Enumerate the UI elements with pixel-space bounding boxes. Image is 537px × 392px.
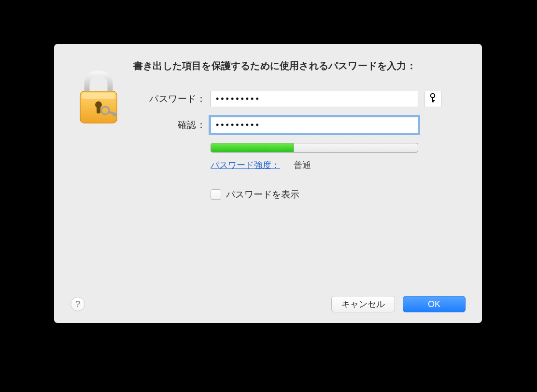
svg-rect-11: [432, 101, 434, 102]
show-password-label: パスワードを表示: [226, 188, 299, 201]
help-icon: ?: [75, 299, 80, 309]
dialog-body: 書き出した項目を保護するために使用されるパスワードを入力： パスワード：: [71, 58, 466, 201]
show-password-row: パスワードを表示: [211, 188, 466, 201]
password-assistant-button[interactable]: [424, 91, 441, 107]
strength-text: パスワード強度： 普通: [211, 159, 418, 171]
svg-rect-3: [97, 106, 100, 113]
confirm-label: 確認：: [133, 119, 211, 131]
confirm-input[interactable]: [211, 117, 418, 133]
password-input[interactable]: [211, 91, 418, 107]
dialog-heading: 書き出した項目を保護するために使用されるパスワードを入力：: [133, 58, 466, 73]
strength-link[interactable]: パスワード強度：: [211, 159, 280, 171]
ok-button[interactable]: OK: [403, 296, 466, 312]
svg-rect-1: [82, 93, 115, 99]
lock-icon: [75, 120, 122, 128]
svg-rect-10: [432, 100, 435, 101]
cancel-button[interactable]: キャンセル: [331, 296, 395, 312]
svg-point-8: [431, 94, 435, 98]
key-icon: [428, 93, 437, 105]
dialog-content: 書き出した項目を保護するために使用されるパスワードを入力： パスワード：: [133, 58, 466, 201]
password-row: パスワード：: [133, 91, 466, 107]
strength-area: パスワード強度： 普通: [211, 143, 418, 171]
confirm-input-wrap: [211, 117, 418, 133]
password-dialog: 書き出した項目を保護するために使用されるパスワードを入力： パスワード：: [54, 44, 482, 323]
show-password-checkbox[interactable]: [211, 189, 221, 200]
password-label: パスワード：: [133, 93, 211, 105]
help-button[interactable]: ?: [71, 297, 85, 311]
strength-value: 普通: [294, 159, 311, 171]
confirm-row: 確認：: [133, 117, 466, 133]
dialog-footer: ? キャンセル OK: [71, 296, 466, 312]
strength-bar: [211, 143, 418, 153]
password-input-wrap: [211, 91, 418, 107]
strength-fill: [211, 143, 294, 152]
dialog-icon-col: [71, 58, 133, 129]
